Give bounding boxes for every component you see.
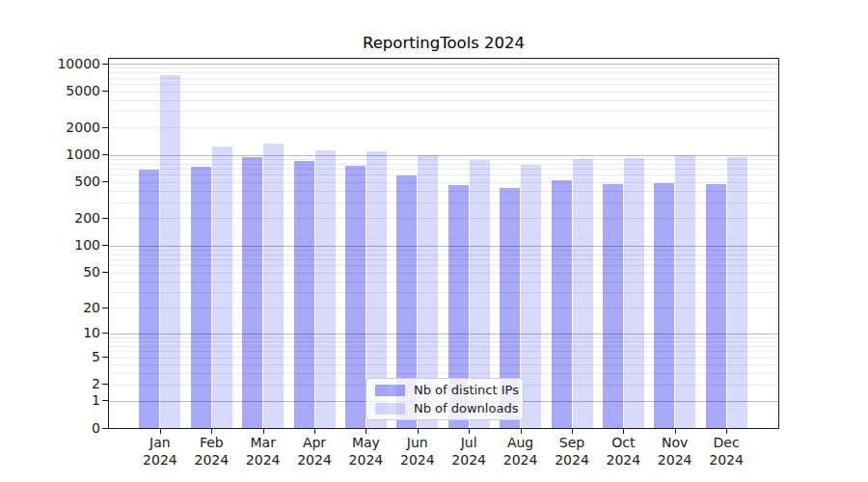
y-tick-label: 1: [0, 392, 100, 408]
y-tick-label: 200: [0, 210, 100, 226]
y-tick-mark: [102, 64, 108, 65]
x-tick-year: 2024: [492, 452, 550, 469]
bar-nb-of-distinct-ips-dec: [706, 184, 726, 428]
plot-area: [108, 58, 779, 429]
y-tick-mark: [102, 308, 108, 308]
x-tick-month: Aug: [492, 435, 550, 452]
bar-nb-of-downloads-nov: [675, 155, 695, 428]
x-tick-label: Mar2024: [234, 435, 292, 469]
y-tick-label: 0: [0, 420, 100, 436]
x-tick-year: 2024: [337, 452, 394, 469]
legend-swatch-distinct-ips: [375, 385, 405, 396]
y-tick-label: 5: [0, 349, 100, 364]
x-tick-mark: [521, 428, 522, 434]
y-tick-mark: [102, 218, 108, 219]
y-tick-label: 5000: [0, 83, 100, 98]
y-tick-label: 1000: [0, 147, 100, 162]
bar-nb-of-distinct-ips-nov: [654, 183, 674, 428]
x-tick-year: 2024: [646, 452, 704, 469]
x-tick-label: Nov2024: [646, 435, 704, 469]
bar-nb-of-downloads-apr: [315, 150, 336, 429]
y-tick-mark: [102, 181, 108, 182]
bar-nb-of-distinct-ips-sep: [552, 180, 572, 428]
gridline-minor: [109, 72, 778, 73]
y-tick-mark: [102, 400, 108, 401]
figure: ReportingTools 2024 Nb of distinct IPs N…: [0, 0, 868, 482]
x-tick-label: May2024: [337, 435, 394, 469]
gridline-minor: [109, 127, 778, 128]
x-tick-label: Dec2024: [697, 435, 755, 469]
legend: Nb of distinct IPs Nb of downloads: [366, 378, 524, 420]
bar-nb-of-distinct-ips-oct: [603, 184, 623, 428]
y-tick-mark: [102, 272, 108, 273]
x-tick-label: Feb2024: [182, 435, 240, 469]
bar-nb-of-downloads-mar: [263, 144, 284, 428]
x-tick-mark: [160, 428, 161, 434]
chart-title: ReportingTools 2024: [108, 34, 779, 52]
y-tick-label: 10: [0, 325, 100, 340]
x-tick-year: 2024: [182, 452, 240, 469]
y-tick-mark: [102, 245, 108, 246]
bar-nb-of-distinct-ips-jan: [139, 170, 159, 428]
x-tick-month: Jun: [389, 435, 447, 452]
y-tick-label: 2: [0, 376, 100, 391]
y-tick-mark: [102, 91, 108, 92]
bar-nb-of-downloads-oct: [624, 158, 644, 428]
x-tick-label: Jan2024: [131, 435, 189, 469]
legend-swatch-downloads: [375, 403, 405, 415]
x-tick-mark: [263, 428, 264, 434]
gridline-minor: [109, 100, 778, 101]
x-tick-label: Jul2024: [440, 435, 498, 469]
x-tick-month: Oct: [594, 435, 652, 452]
gridline-minor: [109, 84, 778, 85]
x-tick-year: 2024: [389, 452, 447, 469]
gridline-minor: [109, 111, 778, 112]
x-tick-month: Nov: [646, 435, 704, 452]
x-tick-mark: [469, 428, 470, 434]
gridline-minor: [109, 92, 778, 93]
bar-nb-of-downloads-sep: [573, 159, 593, 428]
x-tick-month: Apr: [285, 435, 343, 452]
y-tick-mark: [102, 357, 108, 358]
x-tick-mark: [418, 428, 419, 434]
legend-entry-distinct-ips: Nb of distinct IPs: [375, 383, 523, 397]
x-tick-year: 2024: [440, 452, 498, 469]
y-tick-label: 20: [0, 300, 100, 315]
y-tick-mark: [102, 333, 108, 334]
bar-nb-of-distinct-ips-feb: [191, 167, 211, 428]
y-tick-label: 50: [0, 264, 100, 280]
x-tick-month: Dec: [697, 435, 755, 452]
x-tick-year: 2024: [285, 452, 343, 469]
y-tick-mark: [102, 428, 108, 429]
x-tick-label: Oct2024: [594, 435, 652, 469]
gridline-minor: [109, 78, 778, 79]
y-tick-label: 500: [0, 174, 100, 189]
bar-nb-of-downloads-aug: [521, 165, 541, 428]
x-tick-month: Mar: [234, 435, 292, 452]
x-tick-label: Sep2024: [543, 435, 601, 469]
legend-label-downloads: Nb of downloads: [414, 401, 518, 415]
y-tick-mark: [102, 154, 108, 155]
x-tick-label: Jun2024: [389, 435, 447, 469]
x-tick-label: Apr2024: [285, 435, 343, 469]
y-tick-label: 2000: [0, 120, 100, 135]
y-tick-mark: [102, 127, 108, 128]
x-tick-mark: [366, 428, 366, 434]
bar-nb-of-downloads-dec: [727, 157, 747, 428]
x-tick-label: Aug2024: [492, 435, 550, 469]
y-tick-mark: [102, 384, 108, 385]
bar-nb-of-distinct-ips-apr: [294, 161, 314, 428]
legend-label-distinct-ips: Nb of distinct IPs: [414, 383, 519, 397]
x-tick-month: Sep: [543, 435, 601, 452]
x-tick-year: 2024: [594, 452, 652, 469]
x-tick-mark: [314, 428, 315, 434]
y-tick-label: 100: [0, 237, 100, 253]
x-tick-year: 2024: [543, 452, 601, 469]
x-tick-mark: [623, 428, 624, 434]
bar-nb-of-downloads-feb: [212, 147, 232, 428]
x-tick-month: Jul: [440, 435, 498, 452]
legend-entry-downloads: Nb of downloads: [375, 401, 523, 415]
x-tick-mark: [726, 428, 727, 434]
x-tick-month: Feb: [182, 435, 240, 452]
x-tick-mark: [211, 428, 212, 434]
